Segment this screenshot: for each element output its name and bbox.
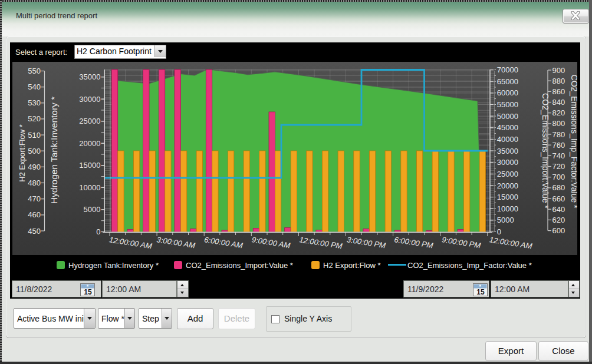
svg-text:5000: 5000 — [497, 216, 514, 224]
svg-text:740: 740 — [552, 151, 565, 160]
svg-text:3:00:00 PM: 3:00:00 PM — [346, 235, 386, 250]
svg-text:25000: 25000 — [79, 117, 100, 125]
svg-text:15: 15 — [476, 288, 485, 296]
svg-text:460: 460 — [28, 210, 41, 219]
svg-text:550: 550 — [28, 67, 41, 75]
svg-text:820: 820 — [552, 108, 565, 117]
svg-text:620: 620 — [552, 216, 565, 224]
svg-text:30000: 30000 — [79, 95, 100, 104]
svg-text:15000: 15000 — [497, 193, 518, 201]
svg-text:3:00:00 AM: 3:00:00 AM — [156, 235, 196, 250]
svg-text:40000: 40000 — [497, 135, 518, 144]
svg-text:50000: 50000 — [497, 112, 518, 121]
svg-text:450: 450 — [28, 227, 41, 236]
svg-text:640: 640 — [552, 205, 565, 214]
svg-text:520: 520 — [28, 114, 41, 123]
svg-text:20000: 20000 — [79, 139, 100, 148]
svg-text:CO2_Emissions_Import:Value *: CO2_Emissions_Import:Value * — [541, 93, 550, 209]
svg-text:25000: 25000 — [497, 170, 518, 178]
svg-text:900: 900 — [552, 66, 565, 75]
svg-text:600: 600 — [552, 226, 565, 235]
svg-text:860: 860 — [552, 87, 565, 96]
svg-text:720: 720 — [552, 162, 565, 171]
svg-text:15: 15 — [84, 288, 92, 296]
svg-text:880: 880 — [552, 77, 565, 85]
svg-text:680: 680 — [552, 183, 565, 192]
svg-text:9:00:00 PM: 9:00:00 PM — [441, 235, 481, 250]
svg-text:760: 760 — [552, 141, 565, 150]
svg-text:660: 660 — [552, 194, 565, 203]
svg-text:480: 480 — [28, 178, 41, 187]
svg-text:6:00:00 PM: 6:00:00 PM — [394, 235, 434, 250]
svg-text:60000: 60000 — [497, 88, 518, 97]
svg-text:700: 700 — [552, 173, 565, 181]
svg-text:12:00:00 PM: 12:00:00 PM — [298, 235, 343, 250]
svg-text:35000: 35000 — [497, 147, 518, 155]
svg-text:30000: 30000 — [497, 158, 518, 167]
svg-text:6:00:00 AM: 6:00:00 AM — [203, 235, 244, 250]
svg-text:10000: 10000 — [79, 183, 100, 192]
svg-text:70000: 70000 — [497, 65, 518, 74]
svg-text:5000: 5000 — [84, 205, 101, 214]
svg-text:470: 470 — [28, 194, 41, 203]
svg-text:Hydrogen Tank:Inventory *: Hydrogen Tank:Inventory * — [49, 97, 59, 204]
svg-text:0: 0 — [497, 227, 501, 236]
svg-text:H2 Export:Flow *: H2 Export:Flow * — [18, 124, 27, 182]
svg-text:12:00:00 AM: 12:00:00 AM — [108, 235, 153, 250]
svg-text:35000: 35000 — [79, 72, 100, 81]
svg-text:55000: 55000 — [497, 100, 518, 109]
svg-text:530: 530 — [28, 98, 41, 107]
svg-text:510: 510 — [28, 131, 41, 140]
svg-text:45000: 45000 — [497, 123, 518, 132]
svg-text:12:00:00 AM: 12:00:00 AM — [489, 235, 533, 250]
svg-text:840: 840 — [552, 98, 565, 107]
svg-text:65000: 65000 — [497, 77, 518, 86]
svg-text:10000: 10000 — [497, 204, 518, 213]
svg-text:500: 500 — [28, 147, 41, 155]
svg-text:9:00:00 AM: 9:00:00 AM — [251, 235, 291, 250]
svg-text:780: 780 — [552, 130, 565, 139]
svg-text:540: 540 — [28, 82, 41, 91]
svg-text:800: 800 — [552, 119, 565, 128]
svg-text:490: 490 — [28, 163, 41, 171]
svg-text:20000: 20000 — [497, 181, 518, 190]
svg-text:CO2_Emissions_Imp_Factor:Value: CO2_Emissions_Imp_Factor:Value * — [570, 75, 578, 209]
svg-text:0: 0 — [96, 227, 100, 236]
svg-text:15000: 15000 — [79, 161, 100, 170]
